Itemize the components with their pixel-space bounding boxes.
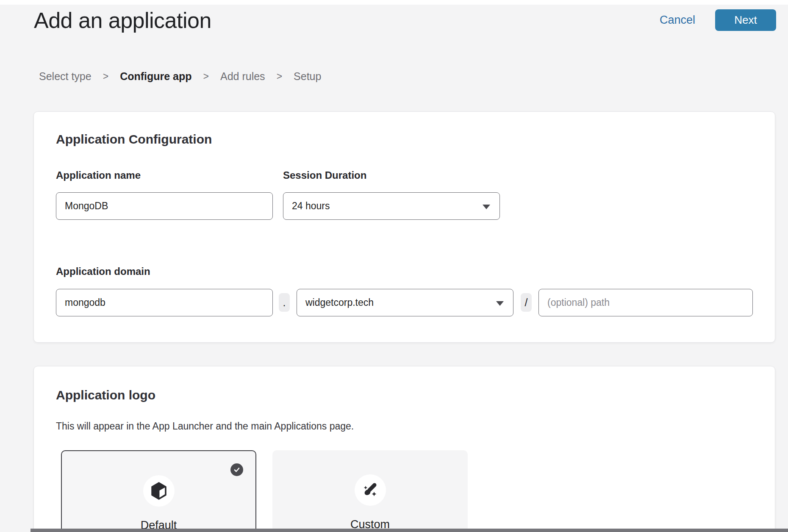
- logo-description: This will appear in the App Launcher and…: [56, 421, 354, 432]
- application-logo-card: Application logo This will appear in the…: [33, 366, 775, 532]
- domain-slash-separator: /: [521, 293, 532, 312]
- default-logo-circle: [143, 475, 175, 507]
- check-icon: [233, 466, 241, 474]
- application-configuration-card: Application Configuration Application na…: [33, 111, 775, 343]
- paintbrush-icon: [362, 482, 378, 499]
- breadcrumb-step-add-rules[interactable]: Add rules: [220, 70, 265, 83]
- page-title: Add an application: [34, 8, 211, 33]
- breadcrumb: Select type > Configure app > Add rules …: [39, 70, 321, 83]
- cube-icon: [151, 482, 166, 500]
- bottom-edge-bar: [31, 529, 788, 532]
- application-domain-label: Application domain: [56, 266, 150, 277]
- application-name-input[interactable]: [56, 192, 273, 220]
- session-duration-select[interactable]: 24 hours: [283, 192, 500, 220]
- custom-logo-circle: [355, 474, 386, 506]
- application-name-label: Application name: [56, 169, 141, 181]
- domain-dot-separator: .: [279, 293, 290, 312]
- chevron-down-icon: [483, 205, 490, 209]
- config-card-heading: Application Configuration: [56, 132, 212, 147]
- cancel-button[interactable]: Cancel: [660, 14, 695, 27]
- breadcrumb-step-select-type[interactable]: Select type: [39, 70, 92, 83]
- path-input[interactable]: [538, 289, 753, 316]
- breadcrumb-separator: >: [103, 71, 108, 82]
- chevron-down-icon: [496, 301, 504, 306]
- next-button[interactable]: Next: [715, 9, 776, 31]
- domain-value: widgetcorp.tech: [305, 297, 374, 308]
- domain-select[interactable]: widgetcorp.tech: [297, 289, 513, 316]
- logo-options: Default Custom: [61, 450, 468, 532]
- breadcrumb-step-configure-app[interactable]: Configure app: [120, 70, 191, 83]
- session-duration-value: 24 hours: [292, 200, 330, 212]
- top-strip: [0, 0, 788, 5]
- logo-option-custom[interactable]: Custom: [272, 450, 468, 532]
- breadcrumb-separator: >: [203, 71, 209, 82]
- logo-card-heading: Application logo: [56, 388, 155, 402]
- subdomain-input[interactable]: [56, 289, 273, 316]
- selected-check-badge: [230, 463, 243, 476]
- logo-option-default[interactable]: Default: [61, 450, 256, 532]
- session-duration-label: Session Duration: [283, 169, 366, 181]
- breadcrumb-step-setup[interactable]: Setup: [294, 70, 321, 83]
- breadcrumb-separator: >: [277, 71, 282, 82]
